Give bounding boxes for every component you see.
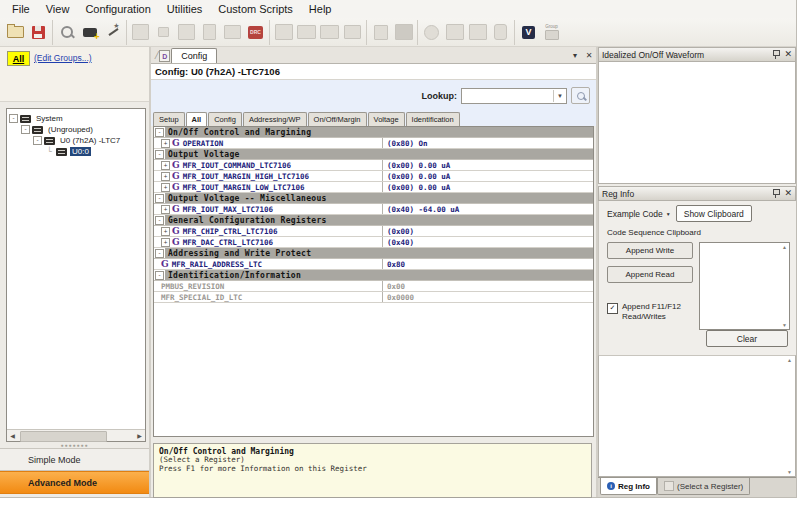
refresh-button[interactable] bbox=[129, 21, 152, 44]
close-panel-button[interactable]: ✕ bbox=[582, 49, 596, 62]
append-read-button[interactable]: Append Read bbox=[607, 266, 693, 283]
register-row[interactable]: + G MFR_IOUT_MAX_LTC7106 (0x40) -64.00 u… bbox=[154, 204, 593, 215]
table-row[interactable]: - Addressing and Write Protect + G bbox=[154, 248, 593, 259]
table-row[interactable]: - + G MFR_CHIP_CTRL_LTC7106 (0x00) bbox=[154, 226, 593, 237]
section-header-row[interactable]: - Output Voltage bbox=[154, 149, 593, 160]
tree-node[interactable]: - └ (Ungrouped) bbox=[7, 124, 145, 135]
scroll-up-icon[interactable]: ▲ bbox=[782, 244, 787, 250]
expand-plus-icon[interactable]: + bbox=[161, 172, 170, 181]
wizard-button[interactable] bbox=[101, 21, 124, 44]
menu-item[interactable]: View bbox=[38, 2, 78, 16]
table-row[interactable]: - + G MFR_DAC_CTRL_LTC7106 (0x40) bbox=[154, 237, 593, 248]
table-row[interactable]: - + G PMBUS_REVISION 0x00 bbox=[154, 281, 593, 292]
filter-tab[interactable]: Config bbox=[208, 112, 242, 126]
table-row[interactable]: - Identification/Information + G bbox=[154, 270, 593, 281]
pin-icon[interactable] bbox=[772, 189, 780, 198]
tree-expander-icon[interactable]: - bbox=[21, 125, 30, 134]
osd-button[interactable] bbox=[420, 21, 443, 44]
listbox-scrollbar[interactable]: ▲ ▼ bbox=[780, 243, 789, 329]
scroll-up-icon[interactable]: ▲ bbox=[787, 357, 792, 363]
menu-item[interactable]: Help bbox=[301, 2, 340, 16]
copy-button[interactable] bbox=[175, 21, 198, 44]
register-row[interactable]: + G PMBUS_REVISION 0x00 bbox=[154, 281, 593, 292]
filter-tab[interactable]: All bbox=[186, 112, 208, 126]
register-row[interactable]: + G MFR_CHIP_CTRL_LTC7106 (0x00) bbox=[154, 226, 593, 237]
fault-log-button[interactable] bbox=[443, 21, 466, 44]
tree-node[interactable]: - └ U0 (7h2A) -LTC7 bbox=[7, 135, 145, 146]
section-collapse-icon[interactable]: - bbox=[155, 150, 164, 159]
simple-mode-button[interactable]: Simple Mode bbox=[0, 448, 149, 471]
section-header-row[interactable]: - Addressing and Write Protect bbox=[154, 248, 593, 259]
register-row[interactable]: + G MFR_IOUT_COMMAND_LTC7106 (0x00) 0.00… bbox=[154, 160, 593, 171]
chevron-down-icon[interactable]: ▼ bbox=[553, 90, 566, 102]
section-collapse-icon[interactable]: - bbox=[155, 271, 164, 280]
scroll-down-icon[interactable]: ▼ bbox=[787, 469, 792, 475]
menu-item[interactable]: Configuration bbox=[77, 2, 158, 16]
register-row[interactable]: + G MFR_IOUT_MARGIN_HIGH_LTC7106 (0x00) … bbox=[154, 171, 593, 182]
ram-to-pc-button[interactable] bbox=[318, 21, 341, 44]
register-row[interactable]: + G MFR_IOUT_MARGIN_LOW_LTC7106 (0x00) 0… bbox=[154, 182, 593, 193]
append-write-button[interactable]: Append Write bbox=[607, 242, 693, 259]
expand-plus-icon[interactable]: + bbox=[161, 161, 170, 170]
lookup-search-button[interactable] bbox=[571, 87, 590, 104]
info-scrollbar[interactable]: ▲ ▼ bbox=[784, 356, 795, 476]
close-icon[interactable]: ✕ bbox=[784, 189, 792, 198]
table-row[interactable]: - Output Voltage -- Miscellaneous + G bbox=[154, 193, 593, 204]
all-group-badge[interactable]: All bbox=[7, 51, 30, 66]
verify-button[interactable]: V bbox=[517, 21, 540, 44]
add-device-button[interactable] bbox=[78, 21, 101, 44]
scroll-track[interactable] bbox=[18, 431, 134, 440]
register-row[interactable]: + G MFR_SPECIAL_ID_LTC 0x0000 bbox=[154, 292, 593, 303]
table-row[interactable]: - + G MFR_IOUT_MAX_LTC7106 (0x40) -64.00… bbox=[154, 204, 593, 215]
close-icon[interactable]: ✕ bbox=[784, 50, 792, 59]
pin-icon[interactable] bbox=[772, 50, 780, 59]
find-button[interactable] bbox=[55, 21, 78, 44]
register-row[interactable]: + G MFR_DAC_CTRL_LTC7106 (0x40) bbox=[154, 237, 593, 248]
dock-menu-button[interactable]: ▾ bbox=[568, 49, 582, 62]
save-button[interactable] bbox=[27, 21, 50, 44]
lookup-combobox[interactable]: ▼ bbox=[461, 88, 567, 104]
code-sequence-listbox[interactable]: ▲ ▼ bbox=[699, 242, 790, 330]
filter-tab[interactable]: Setup bbox=[153, 112, 185, 126]
expand-plus-icon[interactable]: + bbox=[161, 227, 170, 236]
table-row[interactable]: - + G MFR_IOUT_COMMAND_LTC7106 (0x00) 0.… bbox=[154, 160, 593, 171]
pc-to-ram-button[interactable] bbox=[295, 21, 318, 44]
scroll-thumb[interactable] bbox=[20, 431, 107, 442]
tab-select-a-register[interactable]: (Select a Register) bbox=[657, 478, 750, 495]
tree-expander-icon[interactable]: - bbox=[9, 114, 18, 123]
tree-node[interactable]: - └ U0:0 bbox=[7, 146, 145, 157]
checkbox-checked-icon[interactable]: ✓ bbox=[607, 303, 618, 314]
append-f11-f12-option[interactable]: ✓ Append F11/F12 Read/Writes bbox=[607, 302, 693, 321]
menu-item[interactable]: Utilities bbox=[159, 2, 210, 16]
table-row[interactable]: - + G MFR_IOUT_MARGIN_HIGH_LTC7106 (0x00… bbox=[154, 171, 593, 182]
clipboard-button[interactable] bbox=[198, 21, 221, 44]
paste-button[interactable] bbox=[221, 21, 244, 44]
section-header-row[interactable]: - On/Off Control and Margining bbox=[154, 127, 593, 138]
expand-plus-icon[interactable]: + bbox=[161, 139, 170, 148]
expand-plus-icon[interactable]: + bbox=[161, 238, 170, 247]
table-row[interactable]: - On/Off Control and Margining + G bbox=[154, 127, 593, 138]
table-row[interactable]: - + G MFR_RAIL_ADDRESS_LTC 0x80 bbox=[154, 259, 593, 270]
section-collapse-icon[interactable]: - bbox=[155, 216, 164, 225]
scroll-left-icon[interactable]: ◀ bbox=[7, 430, 18, 441]
menu-item[interactable]: File bbox=[4, 2, 38, 16]
open-file-button[interactable] bbox=[4, 21, 27, 44]
pin-map-button[interactable] bbox=[369, 21, 392, 44]
section-collapse-icon[interactable]: - bbox=[155, 194, 164, 203]
example-code-dropdown[interactable]: Example Code ▼ bbox=[607, 209, 671, 219]
drc-button[interactable]: DRC bbox=[244, 21, 267, 44]
tree-node[interactable]: - └ System bbox=[7, 113, 145, 124]
table-row[interactable]: - General Configuration Registers + G bbox=[154, 215, 593, 226]
tree-horizontal-scrollbar[interactable]: ◀ ▶ bbox=[7, 429, 145, 441]
table-row[interactable]: - Output Voltage + G bbox=[154, 149, 593, 160]
section-header-row[interactable]: - Output Voltage -- Miscellaneous bbox=[154, 193, 593, 204]
tree-expander-icon[interactable]: - bbox=[33, 136, 42, 145]
filter-tab[interactable]: Voltage bbox=[368, 112, 405, 126]
advanced-mode-button[interactable]: Advanced Mode bbox=[0, 471, 149, 494]
expand-plus-icon[interactable]: + bbox=[161, 183, 170, 192]
filter-tab[interactable]: Addressing/WP bbox=[243, 112, 307, 126]
register-row[interactable]: + G MFR_RAIL_ADDRESS_LTC 0x80 bbox=[154, 259, 593, 270]
fault-log-clear-button[interactable] bbox=[466, 21, 489, 44]
ram-button[interactable] bbox=[341, 21, 364, 44]
da-button[interactable] bbox=[392, 21, 415, 44]
